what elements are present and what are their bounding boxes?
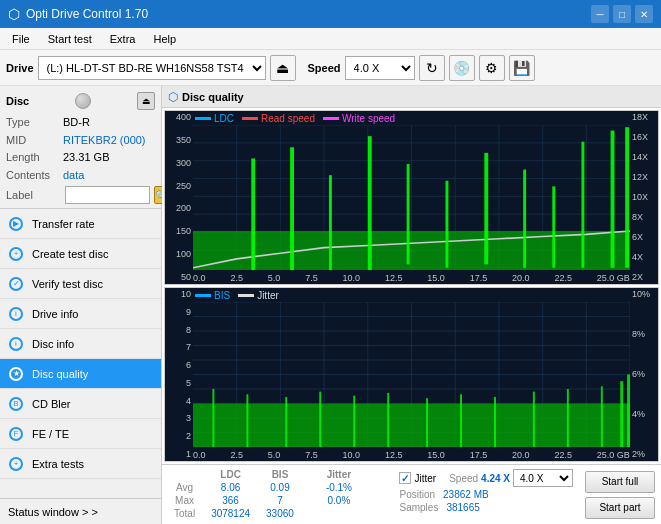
svg-rect-25 (445, 181, 448, 268)
refresh-button[interactable]: ↻ (419, 55, 445, 81)
chart2-x-axis: 0.0 2.5 5.0 7.5 10.0 12.5 15.0 17.5 20.0… (193, 450, 630, 460)
svg-rect-28 (552, 186, 555, 267)
toolbar: Drive (L:) HL-DT-ST BD-RE WH16NS58 TST4 … (0, 50, 661, 86)
ldc-chart-svg (193, 125, 630, 270)
disc-panel: Disc ⏏ Type BD-R MID RITEKBR2 (000) Leng… (0, 86, 161, 209)
svg-rect-20 (251, 158, 255, 270)
samples-row: Samples 381665 (399, 502, 573, 513)
ldc-chart: LDC Read speed Write speed (164, 110, 659, 285)
bis-header: BIS (258, 468, 302, 481)
y-label-r-4x: 4X (632, 253, 656, 262)
y-label-r-10x: 10X (632, 193, 656, 202)
readspeed-legend-color (242, 117, 258, 120)
status-window-button[interactable]: Status window > > (0, 498, 161, 524)
titlebar-title: ⬡ Opti Drive Control 1.70 (8, 6, 148, 22)
titlebar-controls: ─ □ ✕ (591, 5, 653, 23)
y-label-r-14x: 14X (632, 153, 656, 162)
menu-extra[interactable]: Extra (102, 29, 144, 49)
chart1-x-axis: 0.0 2.5 5.0 7.5 10.0 12.5 15.0 17.5 20.0… (193, 273, 630, 283)
label-input[interactable] (65, 186, 150, 204)
nav-extra-tests[interactable]: + Extra tests (0, 449, 161, 479)
jitter-legend-label: Jitter (257, 290, 279, 301)
total-ldc: 3078124 (203, 507, 258, 520)
svg-rect-19 (193, 231, 630, 270)
svg-rect-63 (533, 392, 535, 447)
close-button[interactable]: ✕ (635, 5, 653, 23)
settings-button[interactable]: ⚙ (479, 55, 505, 81)
bis-chart: BIS Jitter (164, 287, 659, 462)
svg-rect-29 (581, 142, 584, 268)
drive-select[interactable]: (L:) HL-DT-ST BD-RE WH16NS58 TST4 (38, 56, 266, 80)
nav-disc-info[interactable]: i Disc info (0, 329, 161, 359)
disc-quality-title: Disc quality (182, 91, 244, 103)
nav-disc-quality[interactable]: ★ Disc quality (0, 359, 161, 389)
type-label: Type (6, 114, 61, 132)
nav-drive-info[interactable]: i Drive info (0, 299, 161, 329)
nav-cd-bler[interactable]: B CD Bler (0, 389, 161, 419)
y-label-150: 150 (167, 227, 191, 236)
nav-create-test-disc-label: Create test disc (32, 248, 108, 260)
max-row: Max 366 7 0.0% (166, 494, 360, 507)
disc-icon-button[interactable]: 💿 (449, 55, 475, 81)
writespeed-legend-item: Write speed (323, 113, 395, 124)
menu-file[interactable]: File (4, 29, 38, 49)
start-full-button[interactable]: Start full (585, 471, 655, 493)
save-button[interactable]: 💾 (509, 55, 535, 81)
y-label-200: 200 (167, 204, 191, 213)
disc-eject-btn[interactable]: ⏏ (137, 92, 155, 110)
svg-rect-23 (368, 136, 372, 270)
maximize-button[interactable]: □ (613, 5, 631, 23)
disc-quality-icon: ★ (8, 366, 24, 382)
mid-value: RITEKBR2 (000) (63, 132, 146, 150)
minimize-button[interactable]: ─ (591, 5, 609, 23)
y-label-100: 100 (167, 250, 191, 259)
ldc-legend-item: LDC (195, 113, 234, 124)
nav-items: ▶ Transfer rate + Create test disc ✓ Ver… (0, 209, 161, 498)
max-label: Max (166, 494, 203, 507)
jitter-checkbox-row: ✓ Jitter Speed 4.24 X 4.0 X (399, 469, 573, 487)
sidebar: Disc ⏏ Type BD-R MID RITEKBR2 (000) Leng… (0, 86, 162, 524)
fe-te-icon: F (8, 426, 24, 442)
svg-rect-21 (290, 147, 294, 270)
action-buttons-section: Start full Start part (579, 465, 661, 524)
total-row: Total 3078124 33060 (166, 507, 360, 520)
total-label: Total (166, 507, 203, 520)
svg-rect-65 (601, 386, 603, 447)
svg-rect-26 (484, 153, 488, 265)
bis-legend-label: BIS (214, 290, 230, 301)
total-bis: 33060 (258, 507, 302, 520)
bis-legend-item: BIS (195, 290, 230, 301)
y-label-r-6x: 6X (632, 233, 656, 242)
contents-label: Contents (6, 167, 61, 185)
chart1-y-axis-right: 18X 16X 14X 12X 10X 8X 6X 4X 2X (630, 111, 658, 284)
nav-transfer-rate[interactable]: ▶ Transfer rate (0, 209, 161, 239)
start-part-button[interactable]: Start part (585, 497, 655, 519)
disc-title: Disc (6, 95, 29, 107)
app-title: Opti Drive Control 1.70 (26, 7, 148, 21)
nav-extra-tests-label: Extra tests (32, 458, 84, 470)
type-value: BD-R (63, 114, 90, 132)
y-label-r-18x: 18X (632, 113, 656, 122)
y-label-400: 400 (167, 113, 191, 122)
mid-label: MID (6, 132, 61, 150)
y-label-r-8x: 8X (632, 213, 656, 222)
max-ldc: 366 (203, 494, 258, 507)
chart2-y-axis-left: 10 9 8 7 6 5 4 3 2 1 (165, 288, 193, 461)
y-label-r-12x: 12X (632, 173, 656, 182)
readspeed-legend-item: Read speed (242, 113, 315, 124)
eject-button[interactable]: ⏏ (270, 55, 296, 81)
jitter-checkbox[interactable]: ✓ (399, 472, 411, 484)
svg-rect-30 (611, 131, 615, 268)
ldc-legend-color (195, 117, 211, 120)
jitter-header: Jitter (318, 468, 360, 481)
speed-select[interactable]: 4.0 X (345, 56, 415, 80)
readspeed-legend-label: Read speed (261, 113, 315, 124)
menu-start-test[interactable]: Start test (40, 29, 100, 49)
speed-dropdown[interactable]: 4.0 X (513, 469, 573, 487)
nav-verify-test-disc[interactable]: ✓ Verify test disc (0, 269, 161, 299)
nav-fe-te[interactable]: F FE / TE (0, 419, 161, 449)
menu-help[interactable]: Help (145, 29, 184, 49)
extra-tests-icon: + (8, 456, 24, 472)
nav-create-test-disc[interactable]: + Create test disc (0, 239, 161, 269)
verify-test-disc-icon: ✓ (8, 276, 24, 292)
